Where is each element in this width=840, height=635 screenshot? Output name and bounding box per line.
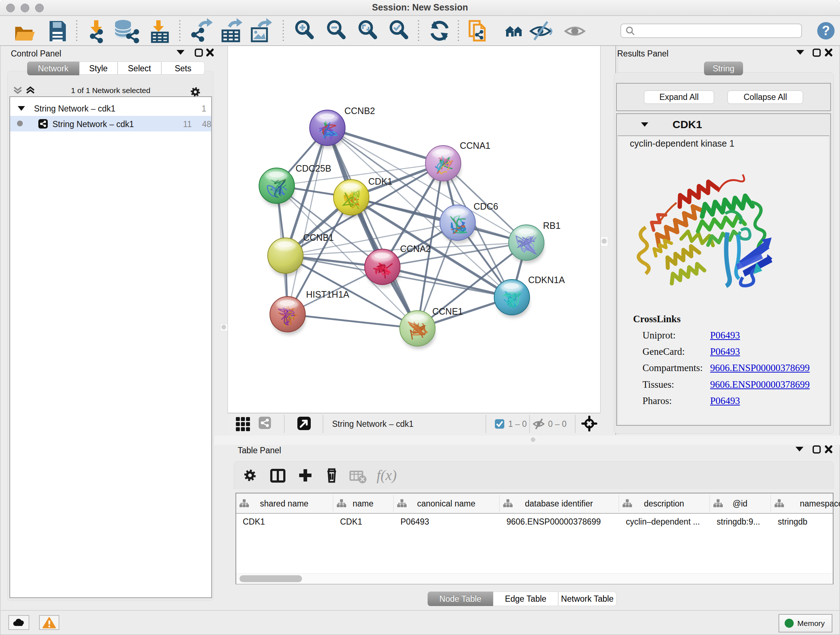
svg-text:CCNA1: CCNA1 (460, 141, 491, 150)
svg-text:1 – 0: 1 – 0 (508, 419, 527, 429)
svg-text:CCNB1: CCNB1 (303, 233, 334, 242)
svg-text:HIST1H1A: HIST1H1A (306, 289, 349, 299)
svg-text:CCNA2: CCNA2 (400, 244, 431, 254)
svg-text:CDC25B: CDC25B (295, 163, 332, 173)
svg-text:f(x): f(x) (377, 467, 397, 483)
svg-text:?: ? (822, 23, 830, 38)
svg-text:String Network – cdk1: String Network – cdk1 (332, 419, 414, 429)
svg-text:CDKN1A: CDKN1A (528, 275, 565, 285)
svg-text:CDK1: CDK1 (368, 176, 393, 187)
svg-text:CCNE1: CCNE1 (432, 306, 463, 317)
svg-text:CDC6: CDC6 (474, 201, 498, 211)
svg-text:CCNB2: CCNB2 (344, 106, 375, 116)
svg-text:RB1: RB1 (543, 220, 561, 231)
svg-text:0 – 0: 0 – 0 (548, 419, 567, 429)
